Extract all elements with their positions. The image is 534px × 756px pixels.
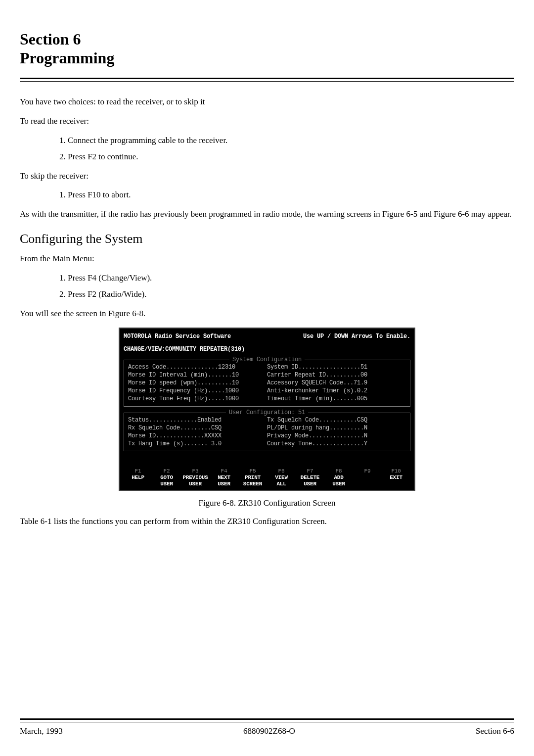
figure-caption: Figure 6-8. ZR310 Configuration Screen: [198, 498, 335, 509]
terminal-title-right: Use UP / DOWN Arrows To Enable.: [303, 332, 410, 340]
steps-read-receiver: 1. Connect the programming cable to the …: [59, 135, 514, 163]
kv-line: Carrier Repeat ID..........00: [267, 371, 406, 379]
paragraph: Table 6-1 lists the functions you can pe…: [20, 516, 514, 527]
kv-line: Status..............Enabled: [128, 416, 267, 424]
fkey-f2: F2 GOTO USER: [152, 468, 181, 487]
terminal-box-title: User Configuration: 51: [226, 409, 308, 417]
fkey-f10: F10 EXIT: [382, 468, 410, 487]
kv-line: Courtesy Tone Freq (Hz).....1000: [128, 395, 267, 403]
kv-line: Courtesy Tone...............Y: [267, 440, 406, 448]
terminal-box-title: System Configuration: [229, 356, 305, 364]
paragraph: To skip the receiver:: [20, 171, 514, 182]
footer-rule-thin: [20, 722, 514, 722]
header-rule-thin: [20, 81, 514, 82]
page-footer: March, 1993 6880902Z68-O Section 6-6: [20, 726, 514, 736]
kv-line: Rx Squelch Code.........CSQ: [128, 424, 267, 432]
fkey-f1: F1 HELP: [124, 468, 152, 487]
kv-line: Morse ID Interval (min).......10: [128, 371, 267, 379]
footer-docnum: 6880902Z68-O: [63, 726, 476, 736]
kv-line: Morse ID speed (wpm)..........10: [128, 379, 267, 387]
paragraph: To read the receiver:: [20, 116, 514, 127]
terminal-title-left: MOTOROLA Radio Service Software: [124, 332, 231, 340]
fkey-f7: F7 DELETE USER: [296, 468, 324, 487]
kv-line: Morse ID..............XXXXX: [128, 432, 267, 440]
kv-line: System ID..................51: [267, 363, 406, 371]
footer-date: March, 1993: [20, 726, 63, 736]
kv-line: Access Code...............12310: [128, 363, 267, 371]
terminal-box-user-config: User Configuration: 51 Status...........…: [124, 413, 410, 452]
fkey-f3: F3 PREVIOUS USER: [181, 468, 210, 487]
list-item: 2. Press F2 (Radio/Wide).: [59, 289, 514, 300]
kv-line: Anti-kerchunker Timer (s).0.2: [267, 387, 406, 395]
footer-rule-thick: [20, 718, 514, 720]
list-item: 1. Connect the programming cable to the …: [59, 135, 514, 146]
header-rule-thick: [20, 78, 514, 79]
footer-page: Section 6-6: [476, 726, 514, 736]
figure-terminal-screenshot: MOTOROLA Radio Service Software Use UP /…: [119, 328, 415, 491]
terminal-box-system-config: System Configuration Access Code........…: [124, 360, 410, 407]
paragraph: As with the transmitter, if the radio ha…: [20, 209, 514, 220]
list-item: 1. Press F4 (Change/View).: [59, 273, 514, 284]
kv-line: Morse ID Frequency (Hz).....1000: [128, 387, 267, 395]
steps-skip-receiver: 1. Press F10 to abort.: [59, 189, 514, 201]
fkey-f4: F4 NEXT USER: [210, 468, 238, 487]
kv-line: Timeout Timer (min).......005: [267, 395, 406, 403]
list-item: 2. Press F2 to continue.: [59, 151, 514, 163]
fkey-f8: F8 ADD USER: [324, 468, 353, 487]
paragraph: From the Main Menu:: [20, 253, 514, 265]
list-item: 1. Press F10 to abort.: [59, 189, 514, 201]
fkey-f6: F6 VIEW ALL: [267, 468, 296, 487]
paragraph: You will see the screen in Figure 6-8.: [20, 308, 514, 320]
kv-line: Tx Hang Time (s)....... 3.0: [128, 440, 267, 448]
terminal-function-keys: F1 HELP F2 GOTO USER F3 PREVIOUS USER: [124, 468, 410, 487]
fkey-f9: F9: [353, 468, 382, 487]
page-heading: Section 6 Programming: [20, 30, 514, 68]
section-title: Programming: [20, 48, 514, 67]
subsection-heading: Configuring the System: [20, 230, 514, 247]
terminal-subtitle: CHANGE/VIEW:COMMUNITY REPEATER(310): [124, 345, 410, 353]
kv-line: Privacy Mode................N: [267, 432, 406, 440]
kv-line: Accessory SQUELCH Code...71.9: [267, 379, 406, 387]
kv-line: PL/DPL during hang..........N: [267, 424, 406, 432]
kv-line: Tx Squelch Code...........CSQ: [267, 416, 406, 424]
paragraph: You have two choices: to read the receiv…: [20, 96, 514, 108]
fkey-f5: F5 PRINT SCREEN: [238, 468, 267, 487]
steps-main-menu: 1. Press F4 (Change/View). 2. Press F2 (…: [59, 273, 514, 300]
section-number: Section 6: [20, 30, 514, 48]
